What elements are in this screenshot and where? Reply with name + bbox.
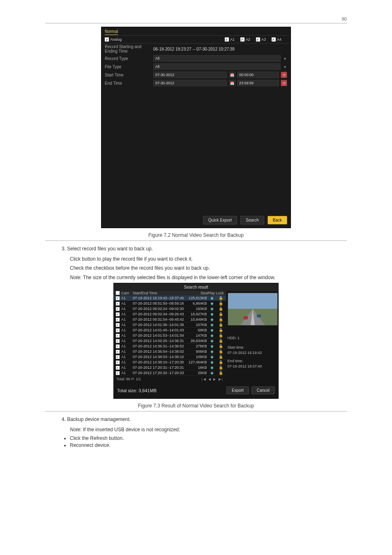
chevron-down-icon[interactable]: ▾ <box>282 56 287 61</box>
row-checkbox[interactable] <box>116 366 120 370</box>
table-row[interactable]: A107-20-2012 09:31:54--09:45:4210,949KB◉… <box>114 317 226 322</box>
row-checkbox[interactable] <box>116 312 120 316</box>
table-row[interactable]: A107-20-2012 14:02:25--14:36:3126,834KB◉… <box>114 338 226 344</box>
end-time-input[interactable]: 23:59:59 <box>237 80 279 86</box>
divider <box>45 240 347 241</box>
table-row[interactable]: A107-20-2012 14:38:03--14:38:10108KB◉🔓 <box>114 354 226 360</box>
row-checkbox[interactable] <box>116 307 120 311</box>
clock-icon[interactable]: ◔ <box>281 80 287 86</box>
chevron-down-icon[interactable]: ▾ <box>282 65 287 69</box>
step-4-text: 4. Backup device management. <box>45 416 347 423</box>
play-icon[interactable]: ◉ <box>208 371 216 375</box>
play-icon[interactable]: ◉ <box>208 307 216 311</box>
row-cam: A1 <box>121 307 133 311</box>
channel-a2[interactable]: ✓A2 <box>240 37 250 42</box>
channel-a3[interactable]: ✓A3 <box>256 37 266 42</box>
back-button[interactable]: Back <box>267 216 287 224</box>
row-cam: A1 <box>121 333 133 338</box>
play-icon[interactable]: ◉ <box>208 349 216 354</box>
lock-icon[interactable]: 🔓 <box>216 323 226 327</box>
row-checkbox[interactable] <box>116 334 120 338</box>
start-date-input[interactable]: 07-30-2012 <box>153 72 227 78</box>
table-row[interactable]: A107-19-2012 16:19:42--18:37:40125,613KB… <box>114 296 226 301</box>
search-button[interactable]: Search <box>240 216 264 224</box>
table-row[interactable]: A107-20-2012 09:02:24--09:02:30160KB◉🔓 <box>114 306 226 312</box>
row-time: 07-20-2012 09:02:24--09:02:30 <box>133 307 184 311</box>
file-type-select[interactable]: All <box>153 63 281 70</box>
row-cam: A1 <box>121 296 133 300</box>
play-icon[interactable]: ◉ <box>208 365 216 370</box>
lock-icon[interactable]: 🔓 <box>216 365 226 370</box>
row-checkbox[interactable] <box>116 328 120 332</box>
channel-a4[interactable]: ✓A4 <box>272 37 281 42</box>
end-time-label: End Time <box>105 81 153 86</box>
pager-controls[interactable]: |◀ ◀ ▶ ▶| <box>202 377 224 381</box>
table-row[interactable]: A107-20-2012 14:01:40--14:01:4369KB◉🔓 <box>114 328 226 333</box>
lock-icon[interactable]: 🔓 <box>216 339 226 343</box>
row-checkbox[interactable] <box>116 296 120 300</box>
table-row[interactable]: A107-20-2012 14:01:36--14:01:38107KB◉🔓 <box>114 322 226 328</box>
row-cam: A1 <box>121 349 133 354</box>
lock-icon[interactable]: 🔓 <box>216 312 226 316</box>
tab-normal[interactable]: Normal <box>105 29 118 35</box>
channel-a1[interactable]: ✓A1 <box>225 37 235 42</box>
table-row[interactable]: A107-20-2012 08:51:50--08:59:166,864KB◉🔓 <box>114 301 226 306</box>
lock-icon[interactable]: 🔓 <box>216 328 226 332</box>
row-size: 125,613KB <box>184 296 208 300</box>
row-time: 07-20-2012 14:38:03--14:38:10 <box>133 355 184 359</box>
row-checkbox[interactable] <box>116 339 120 343</box>
lock-icon[interactable]: 🔓 <box>216 307 226 311</box>
play-icon[interactable]: ◉ <box>208 312 216 316</box>
lock-icon[interactable]: 🔓 <box>216 344 226 348</box>
table-row[interactable]: A107-20-2012 14:38:10--17:20:30127,464KB… <box>114 360 226 365</box>
row-checkbox[interactable] <box>116 361 120 364</box>
play-icon[interactable]: ◉ <box>208 296 216 300</box>
calendar-icon[interactable]: 📅 <box>229 80 235 86</box>
lock-icon[interactable]: 🔓 <box>216 355 226 359</box>
row-size: 18,927KB <box>184 312 208 316</box>
record-type-label: Record Type <box>105 56 153 61</box>
search-result-panel: Search result Cam Start/End Time Size Pl… <box>113 283 279 399</box>
table-row[interactable]: A107-20-2012 14:36:54--14:38:02906KB◉🔓 <box>114 349 226 354</box>
play-icon[interactable]: ◉ <box>208 301 216 305</box>
calendar-icon[interactable]: 📅 <box>229 72 235 78</box>
play-icon[interactable]: ◉ <box>208 360 216 364</box>
analog-checkbox[interactable]: ✓Analog <box>105 37 122 42</box>
play-icon[interactable]: ◉ <box>208 339 216 343</box>
clock-icon[interactable]: ◔ <box>281 72 287 78</box>
lock-icon[interactable]: 🔓 <box>216 296 226 300</box>
note-1: Note: The size of the currently selected… <box>45 274 347 282</box>
row-size: 10,949KB <box>184 317 208 321</box>
lock-icon[interactable]: 🔓 <box>216 371 226 375</box>
row-checkbox[interactable] <box>116 318 120 321</box>
row-checkbox[interactable] <box>116 371 120 375</box>
table-row[interactable]: A107-20-2012 14:36:31--14:36:52278KB◉🔓 <box>114 344 226 349</box>
quick-export-button[interactable]: Quick Export <box>203 216 237 224</box>
cancel-button[interactable]: Cancel <box>251 386 275 394</box>
page-number: 80 <box>45 16 347 21</box>
lock-icon[interactable]: 🔓 <box>216 360 226 364</box>
lock-icon[interactable]: 🔓 <box>216 317 226 321</box>
row-checkbox[interactable] <box>116 350 120 354</box>
table-row[interactable]: A107-20-2012 14:01:53--14:01:59147KB◉🔓 <box>114 333 226 338</box>
export-button[interactable]: Export <box>226 386 249 394</box>
lock-icon[interactable]: 🔓 <box>216 333 226 338</box>
table-row[interactable]: A107-20-2012 17:20:32--17:20:3329KB◉🔓 <box>114 370 226 376</box>
row-checkbox[interactable] <box>116 345 120 348</box>
play-icon[interactable]: ◉ <box>208 328 216 332</box>
play-icon[interactable]: ◉ <box>208 344 216 348</box>
row-checkbox[interactable] <box>116 355 120 359</box>
start-time-input[interactable]: 00:00:00 <box>237 72 279 78</box>
play-icon[interactable]: ◉ <box>208 323 216 327</box>
row-checkbox[interactable] <box>116 302 120 305</box>
lock-icon[interactable]: 🔓 <box>216 301 226 305</box>
play-icon[interactable]: ◉ <box>208 333 216 338</box>
record-type-select[interactable]: All <box>153 55 281 62</box>
row-checkbox[interactable] <box>116 323 120 327</box>
table-row[interactable]: A107-20-2012 17:20:31--17:20:3116KB◉🔓 <box>114 365 226 370</box>
lock-icon[interactable]: 🔓 <box>216 349 226 354</box>
play-icon[interactable]: ◉ <box>208 355 216 359</box>
table-row[interactable]: A107-20-2012 09:02:44--09:26:4318,927KB◉… <box>114 312 226 317</box>
end-date-input[interactable]: 07-30-2012 <box>153 80 227 86</box>
play-icon[interactable]: ◉ <box>208 317 216 321</box>
